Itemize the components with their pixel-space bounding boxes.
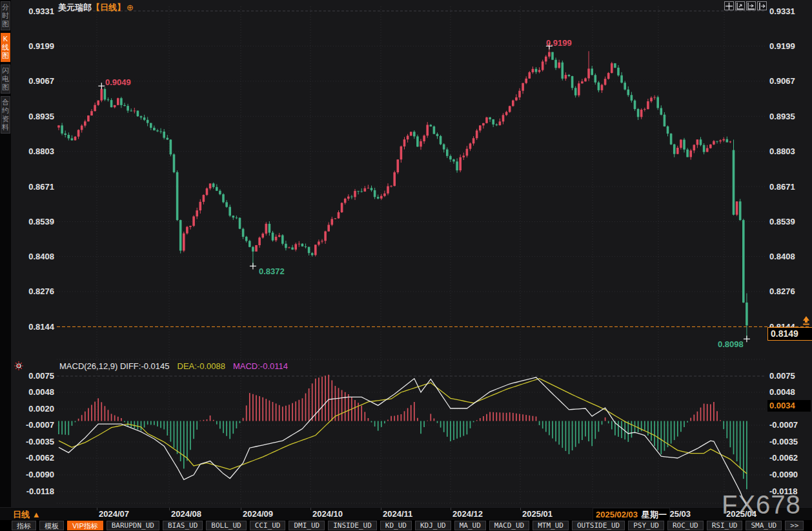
circle-plus-icon[interactable]: ⊕ (127, 3, 134, 12)
axis-zoom-out-icon[interactable] (746, 1, 756, 10)
candle-body (301, 244, 304, 246)
candle-body (81, 126, 83, 130)
candle-body (236, 217, 238, 218)
symbol-name: 美元瑞郎 (58, 3, 92, 12)
price-axis-label: 0.8276 (769, 286, 795, 296)
indicator-tab-BOLL_UD[interactable]: BOLL_UD (206, 521, 246, 530)
candle-body (673, 145, 676, 154)
candle-body (650, 98, 653, 102)
candle-body (683, 140, 685, 150)
price-axis-label: 0.8408 (28, 252, 54, 261)
indicator-tab-ROC_UD[interactable]: ROC_UD (667, 521, 704, 530)
candle-body (598, 83, 600, 90)
candle-body (726, 139, 729, 143)
candle-body (709, 145, 712, 148)
macd-axis-label: -0.0090 (26, 470, 54, 479)
candle-body (196, 210, 198, 216)
candle-body (664, 115, 666, 126)
candle-body (562, 63, 564, 79)
indicator-tab-指标[interactable]: 指标 (12, 521, 36, 530)
candle-body (410, 132, 412, 135)
indicator-tab-CCI_UD[interactable]: CCI_UD (250, 521, 286, 530)
candle-body (338, 212, 340, 218)
candle-body (308, 247, 310, 253)
candle-body (554, 60, 557, 68)
candle-body (350, 197, 353, 197)
candle-body (167, 138, 169, 140)
candle-body (551, 52, 554, 60)
candle-body (114, 105, 116, 107)
candle-body (347, 197, 350, 199)
indicator-tab-MTM_UD[interactable]: MTM_UD (533, 521, 569, 530)
axis-zoom-in-icon[interactable] (735, 1, 745, 10)
candle-body (265, 224, 268, 234)
candle-body (565, 75, 567, 79)
candle-body (736, 201, 738, 215)
candle-body (713, 141, 715, 145)
candle-body (377, 197, 380, 199)
candle-body (281, 235, 284, 244)
indicator-tab-VIP指标[interactable]: VIP指标 (67, 521, 103, 530)
candle-body (716, 141, 718, 142)
macd-value-label: MACD:-0.0114 (233, 361, 288, 371)
candle-body (476, 130, 478, 138)
candle-body (700, 139, 702, 145)
candle-body (117, 98, 119, 105)
candle-body (634, 101, 636, 109)
date-axis-tick (520, 508, 521, 510)
indicator-tab-模板[interactable]: 模板 (39, 521, 64, 530)
candle-body (430, 125, 432, 127)
candle-body (703, 145, 705, 152)
dea-value-label: DEA:-0.0088 (178, 361, 225, 371)
macd-axis-label: -0.0035 (769, 437, 798, 446)
indicator-tab-SMA_UD[interactable]: SMA_UD (746, 521, 782, 530)
candle-body (370, 188, 373, 190)
sidebar-item-K线图[interactable]: K 线 图 (1, 33, 10, 62)
candle-body (545, 57, 547, 62)
candle-body (104, 89, 107, 99)
indicator-tab-KD_UD[interactable]: KD_UD (380, 521, 412, 530)
indicator-tab-RSI_UD[interactable]: RSI_UD (707, 521, 743, 530)
date-axis-tick (381, 508, 381, 510)
candle-body (571, 76, 574, 88)
candle-body (127, 106, 129, 110)
scroll-right-icon[interactable] (757, 1, 767, 10)
indicator-tab-INSIDE_UD[interactable]: INSIDE_UD (328, 521, 377, 530)
candle-body (542, 61, 544, 70)
indicator-tab-MA_UD[interactable]: MA_UD (454, 521, 486, 530)
more-indicators-tab[interactable]: >> (785, 521, 804, 530)
macd-indicator-header: MACD(26,12,9) DIFF:-0.0145DEA:-0.0088MAC… (59, 361, 288, 371)
price-axis-label: 0.9199 (28, 41, 54, 51)
candle-body (354, 191, 356, 197)
candle-body (68, 135, 70, 138)
indicator-tab-BARUPDN_UD[interactable]: BARUPDN_UD (107, 521, 159, 530)
candle-body (291, 248, 294, 250)
candle-body (179, 220, 182, 250)
indicator-tab-OUTSIDE_UD[interactable]: OUTSIDE_UD (572, 521, 625, 530)
candle-body (558, 63, 560, 68)
indicator-tab-PSY_UD[interactable]: PSY_UD (628, 521, 664, 530)
price-axis-label: 0.8276 (28, 286, 54, 296)
price-annotation: 0.8098 (718, 339, 744, 349)
price-annotation: 0.9199 (546, 38, 572, 48)
sidebar-item-合约资料[interactable]: 合 约 资 料 (1, 96, 10, 134)
move-tool-icon[interactable] (724, 1, 734, 10)
period-selector[interactable]: 日线 ▲ (13, 509, 41, 521)
indicator-tab-DMI_UD[interactable]: DMI_UD (289, 521, 325, 530)
candle-body (436, 134, 439, 136)
date-axis-label: 2024/09 (243, 509, 273, 519)
indicator-alert-icon[interactable] (14, 361, 24, 374)
candle-body (120, 98, 123, 105)
candle-body (397, 159, 400, 172)
macd-axis-label: 0.0048 (769, 387, 795, 397)
candlestick-macd-canvas[interactable]: 0.93310.93310.91990.91990.90670.90670.89… (0, 0, 812, 507)
indicator-tab-KDJ_UD[interactable]: KDJ_UD (415, 521, 451, 530)
candle-body (176, 172, 179, 220)
candle-body (101, 89, 103, 101)
sidebar-item-分时图[interactable]: 分 时 图 (1, 1, 10, 30)
macd-axis-label: 0.0020 (28, 404, 54, 414)
indicator-tab-BIAS_UD[interactable]: BIAS_UD (163, 521, 203, 530)
sidebar-item-闪电图[interactable]: 闪 电 图 (1, 65, 10, 94)
period-tag[interactable]: 【日线】 (92, 3, 125, 12)
indicator-tab-MACD_UD[interactable]: MACD_UD (489, 521, 529, 530)
